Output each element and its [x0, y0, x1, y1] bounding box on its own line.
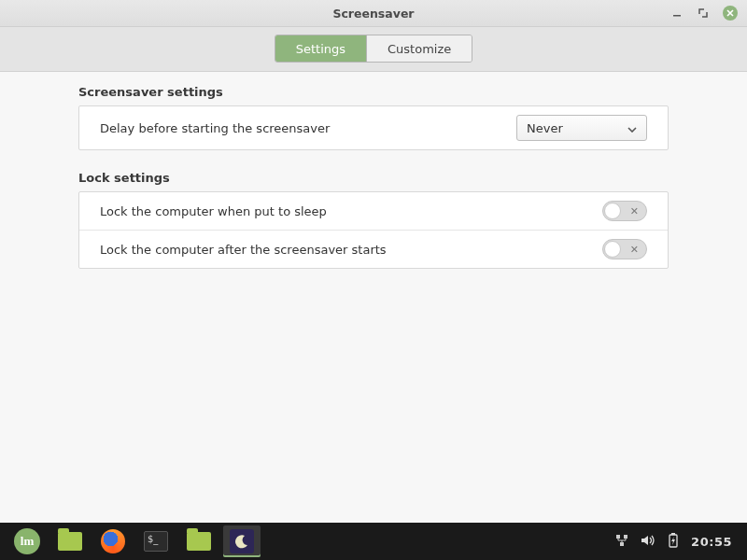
folder-icon — [187, 532, 211, 551]
taskbar-files-2[interactable] — [180, 525, 218, 557]
section-title-screensaver: Screensaver settings — [78, 85, 669, 99]
taskbar-terminal[interactable]: $_ — [137, 525, 175, 557]
tab-customize[interactable]: Customize — [366, 35, 472, 62]
tab-settings[interactable]: Settings — [275, 35, 366, 62]
window-controls — [670, 6, 747, 21]
delay-value: Never — [527, 121, 563, 135]
row-lock-sleep: Lock the computer when put to sleep ✕ — [79, 192, 668, 230]
window-title: Screensaver — [0, 7, 747, 21]
x-icon: ✕ — [630, 245, 639, 255]
menu-button[interactable]: lm — [8, 525, 46, 557]
panel-screensaver: Delay before starting the screensaver Ne… — [78, 105, 669, 150]
taskbar-files[interactable] — [51, 525, 89, 557]
folder-icon — [58, 532, 82, 551]
taskbar: lm $_ 20:55 — [0, 523, 747, 560]
svg-rect-5 — [671, 533, 675, 535]
svg-rect-3 — [620, 542, 624, 546]
terminal-icon: $_ — [144, 531, 168, 552]
x-icon: ✕ — [630, 206, 639, 217]
clock[interactable]: 20:55 — [691, 535, 732, 549]
toggle-knob — [604, 203, 621, 219]
label-delay: Delay before starting the screensaver — [100, 121, 330, 135]
network-icon[interactable] — [614, 534, 629, 550]
tab-switcher: Settings Customize — [275, 35, 473, 63]
toggle-knob — [604, 241, 621, 258]
svg-rect-2 — [624, 535, 627, 539]
section-title-lock: Lock settings — [78, 171, 669, 185]
toggle-lock-afterss[interactable]: ✕ — [602, 239, 647, 259]
volume-icon[interactable] — [641, 534, 655, 550]
screensaver-icon — [230, 529, 254, 553]
maximize-button[interactable] — [697, 7, 710, 20]
battery-icon[interactable] — [667, 533, 680, 551]
taskbar-firefox[interactable] — [94, 525, 132, 557]
content-area: Screensaver settings Delay before starti… — [0, 72, 747, 269]
taskbar-screensaver[interactable] — [223, 525, 261, 557]
system-tray: 20:55 — [614, 533, 741, 551]
firefox-icon — [101, 529, 125, 553]
delay-dropdown[interactable]: Never — [516, 115, 647, 141]
close-button[interactable] — [723, 6, 738, 21]
label-lock-afterss: Lock the computer after the screensaver … — [100, 243, 387, 257]
panel-lock: Lock the computer when put to sleep ✕ Lo… — [78, 191, 669, 269]
chevron-down-icon — [627, 121, 637, 135]
svg-rect-0 — [673, 15, 681, 17]
tab-header: Settings Customize — [0, 27, 747, 72]
minimize-button[interactable] — [670, 7, 684, 20]
svg-rect-1 — [616, 535, 620, 539]
mint-logo-icon: lm — [14, 528, 40, 554]
toggle-lock-sleep[interactable]: ✕ — [602, 201, 647, 221]
row-delay: Delay before starting the screensaver Ne… — [79, 106, 668, 149]
row-lock-afterss: Lock the computer after the screensaver … — [79, 230, 668, 268]
label-lock-sleep: Lock the computer when put to sleep — [100, 204, 327, 218]
titlebar: Screensaver — [0, 0, 747, 27]
